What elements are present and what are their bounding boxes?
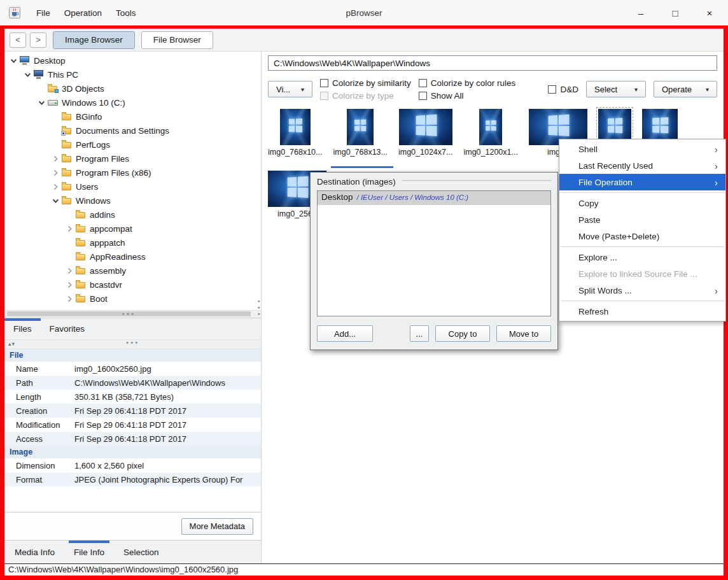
tree-item-desktop[interactable]: Desktop [4,53,261,67]
wallpaper-thumbnail[interactable] [399,109,452,145]
back-button[interactable]: < [10,32,26,48]
select-button[interactable]: Select ▾ [586,81,646,97]
tree-item-addins[interactable]: addins [4,208,261,222]
tree-item-appcompat[interactable]: appcompat [4,222,261,236]
more-metadata-button[interactable]: More Metadata [181,518,253,535]
tab-file-info[interactable]: File Info [69,541,109,563]
checkbox-show-all[interactable]: Show All [419,91,516,101]
menu-separator [561,246,724,247]
tree-item-label: appcompat [90,224,132,234]
submenu-arrow-icon: › [715,160,718,171]
info-row-value: JPEG (Joint Photographic Experts Group) … [74,475,261,485]
destination-dialog: Destination (images) Desktop / IEUser / … [310,172,558,350]
tree-horizontal-scrollbar[interactable]: ●●● [4,310,261,318]
menu-item-label: File Operation [578,178,633,187]
window-title: pBrowser [346,8,382,18]
copy-to-button[interactable]: Copy to [435,325,490,342]
windows-logo-icon [549,115,570,137]
wallpaper-thumbnail[interactable] [347,109,374,145]
tree-item-appreadiness[interactable]: AppReadiness [4,250,261,264]
forward-button[interactable]: > [30,32,46,48]
tree-item-bginfo[interactable]: BGinfo [4,110,261,124]
info-row-length: Length350.31 KB (358,721 Bytes) [4,390,261,404]
thumbnail-cell: img0_1200x1... [463,109,517,157]
chevron-right-icon[interactable] [50,155,61,162]
panel-splitter[interactable]: ▴▾ ●●● [4,340,261,349]
checkbox-colorize-by-similarity[interactable]: Colorize by similarity [320,78,411,88]
chevron-right-icon[interactable] [64,225,75,232]
wallpaper-thumbnail[interactable] [479,109,502,145]
filter-toolbar: Vi... ▾ Colorize by similarity Colorize … [268,73,717,105]
dialog-buttons: Add... ... Copy to Move to [311,318,557,350]
info-row-value: Fri Sep 29 06:41:18 PDT 2017 [74,434,261,444]
ellipsis-button[interactable]: ... [410,325,429,342]
tree-item-3d-objects[interactable]: 3D Objects [4,81,261,95]
menu-tools[interactable]: Tools [109,8,143,18]
tree-item-label: Documents and Settings [76,126,169,136]
maximize-button[interactable]: □ [666,8,685,18]
tree-item-users[interactable]: Users [4,180,261,194]
chevron-right-icon[interactable] [64,295,75,302]
dialog-grip [402,180,551,183]
chevron-down-icon[interactable] [22,71,33,78]
menu-item-explore-to-linked-source-file[interactable]: Explore to linked Source File ... [559,265,725,282]
tree-item-program-files[interactable]: Program Files [4,152,261,166]
tree-item-program-files-x86[interactable]: Program Files (x86) [4,166,261,180]
scrollbar-thumb[interactable]: ●●● [7,311,251,316]
tab-files[interactable]: Files [4,318,41,339]
tree-item-boot[interactable]: Boot [4,292,261,306]
tree-item-perflogs[interactable]: PerfLogs [4,138,261,152]
tree-item-apppatch[interactable]: apppatch [4,236,261,250]
tab-file-browser[interactable]: File Browser [141,31,213,49]
address-bar[interactable] [268,55,717,71]
thumbnail-label: img0_1200x1... [463,148,517,157]
checkbox-colorize-by-color-rules[interactable]: Colorize by color rules [419,78,516,88]
selected-thumbnail-indicator [331,166,393,168]
move-to-button[interactable]: Move to [496,325,551,342]
minimize-button[interactable]: – [631,8,650,18]
tree-item-assembly[interactable]: assembly [4,264,261,278]
tree-item-windows[interactable]: Windows [4,194,261,208]
menu-item-last-recently-used[interactable]: Last Recently Used› [559,157,725,174]
tree-item-windows-10-c[interactable]: Windows 10 (C:) [4,95,261,110]
menu-item-copy[interactable]: Copy [559,195,725,211]
info-row-value: 1,600 x 2,560 pixel [74,461,261,470]
tree-item-this-pc[interactable]: This PC [4,67,261,81]
menu-item-paste[interactable]: Paste [559,211,725,228]
tab-image-browser[interactable]: Image Browser [53,31,135,49]
operate-button[interactable]: Operate ▾ [654,81,717,97]
chevron-right-icon[interactable] [50,183,61,190]
menu-item-label: Split Words ... [578,286,632,295]
tree-item-bcastdvr[interactable]: bcastdvr [4,278,261,292]
destination-item-desktop[interactable]: Desktop / IEUser / Users / Windows 10 (C… [318,191,550,205]
checkbox-colorize-by-type: Colorize by type [320,91,411,101]
close-button[interactable]: × [700,8,719,18]
chevron-down-icon[interactable] [36,99,47,106]
tree-item-documents-and-settings[interactable]: Documents and Settings [4,124,261,138]
menu-item-explore[interactable]: Explore ... [559,249,725,265]
tab-selection[interactable]: Selection [118,541,164,563]
menu-item-refresh[interactable]: Refresh [559,303,725,320]
menu-item-move-paste-delete[interactable]: Move (Paste+Delete) [559,228,725,244]
checkbox-dnd[interactable]: D&D [548,85,578,94]
thumbnail-label: img0_768x10... [268,148,322,157]
chevron-down-icon[interactable] [50,197,61,204]
menu-item-split-words[interactable]: Split Words ...› [559,282,725,299]
add-button[interactable]: Add... [317,325,373,342]
wallpaper-thumbnail[interactable] [280,109,311,145]
app-icon [9,7,20,18]
chevron-right-icon[interactable] [64,267,75,274]
menu-operation[interactable]: Operation [57,8,109,18]
menu-item-shell[interactable]: Shell› [559,141,725,157]
tab-media-info[interactable]: Media Info [10,541,60,563]
view-button[interactable]: Vi... ▾ [268,81,312,97]
splitter-collapse-icon[interactable]: ▴▾ [8,341,15,347]
menu-file[interactable]: File [29,8,57,18]
chevron-right-icon[interactable] [50,169,61,176]
chevron-down-icon[interactable] [8,57,19,64]
tab-favorites[interactable]: Favorites [41,318,94,339]
info-row-label: Length [4,392,74,402]
menu-item-file-operation[interactable]: File Operation› [559,174,725,190]
chevron-right-icon[interactable] [64,281,75,288]
destination-list[interactable]: Desktop / IEUser / Users / Windows 10 (C… [317,190,551,316]
